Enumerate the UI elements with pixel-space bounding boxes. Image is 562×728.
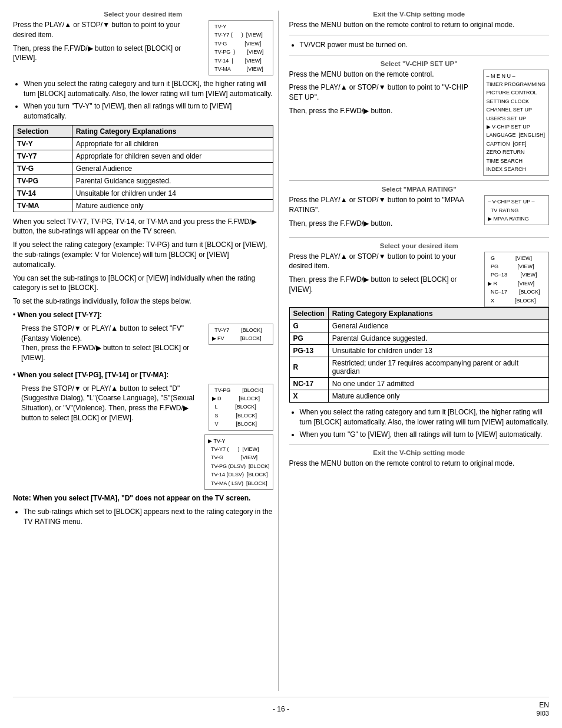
- left-para6: To set the sub-ratings individually, fol…: [13, 297, 273, 307]
- main-content: Select your desired item Press the PLAY/…: [13, 11, 549, 691]
- tvy7-body: Press the STOP/▼ or PLAY/▲ button to sel…: [21, 324, 204, 363]
- table-cell-selection: PG-13: [289, 345, 328, 357]
- table-cell-selection: TV-G: [14, 162, 72, 174]
- tvpg-body: Press the STOP/▼ or PLAY/▲ button to sel…: [21, 384, 204, 423]
- final-menu-section: ▶ TV-Y TV-Y7 ( ) [VIEW] TV-G [VIEW] TV-P…: [13, 434, 273, 490]
- table-cell-explanation: Mature audience only: [328, 390, 548, 403]
- tvy7-section: • When you select [TV-Y7]: Press the STO…: [13, 310, 273, 367]
- right-vcr-bullet: TV/VCR power must be turned on.: [300, 40, 550, 50]
- note-text: Note: When you select [TV-MA], "D" does …: [13, 493, 273, 503]
- footer-right: EN 9I03: [371, 701, 549, 717]
- left-table1: Selection Rating Category Explanations T…: [13, 125, 273, 212]
- table-row: TV-MAMature audience only: [14, 199, 273, 212]
- table-row: TV-PGParental Guidance suggested.: [14, 174, 273, 187]
- menu-desired: G [VIEW] PG [VIEW] PG–13 [VIEW] ▶ R [VIE…: [484, 252, 549, 307]
- right-exit2-title: Exit the V-Chip setting mode: [289, 449, 550, 456]
- right-bullet2-2: When you turn "G" to [VIEW], then all ra…: [300, 430, 550, 440]
- table-cell-selection: TV-Y: [14, 137, 72, 150]
- table-row: PG-13Unsuitable for children under 13: [289, 345, 549, 357]
- table-cell-explanation: Unsuitable for children under 13: [328, 345, 548, 357]
- right-bullet2-1: When you select the rating category and …: [300, 407, 550, 427]
- left-s1-para2: Then, press the F.FWD/▶ button to select…: [13, 44, 204, 64]
- divider3: [289, 180, 550, 181]
- divider5: [289, 444, 550, 444]
- right-desired-section: Select your desired item Press the PLAY/…: [289, 242, 550, 307]
- right-exit1-section: Exit the V-Chip setting mode Press the M…: [289, 11, 550, 30]
- table-row: XMature audience only: [289, 390, 549, 403]
- footer-lang: EN: [539, 701, 549, 709]
- right-desired-title: Select your desired item: [289, 242, 550, 249]
- left-bullet1-1: When you select the rating category and …: [24, 79, 273, 99]
- tvpg-section: • When you select [TV-PG], [TV-14] or [T…: [13, 370, 273, 431]
- page: Select your desired item Press the PLAY/…: [0, 0, 562, 728]
- table-cell-selection: TV-MA: [14, 199, 72, 212]
- right-desired-para2: Then, press the F.FWD/▶ button to select…: [289, 275, 480, 295]
- divider2: [289, 55, 550, 55]
- left-section-select-item: Select your desired item Press the PLAY/…: [13, 11, 273, 75]
- divider4: [289, 237, 550, 238]
- table-cell-selection: TV-PG: [14, 174, 72, 187]
- right-desired-para1: Press the PLAY/▲ or STOP/▼ button to poi…: [289, 252, 480, 272]
- table-cell-explanation: Unsuitable for children under 14: [72, 187, 273, 199]
- left-column: Select your desired item Press the PLAY/…: [13, 11, 279, 691]
- menu-vchip: – M E N U – TIMER PROGRAMMING PICTURE CO…: [483, 70, 550, 176]
- table-cell-selection: PG: [289, 332, 328, 345]
- right-exit2-section: Exit the V-Chip setting mode Press the M…: [289, 449, 550, 469]
- left-para4: If you select the rating category (examp…: [13, 240, 273, 269]
- right-mpaa-para2: Then, press the F.FWD/▶ button.: [289, 219, 480, 229]
- right-vchip-para3: Then, press the F.FWD/▶ button.: [289, 106, 478, 116]
- table-cell-selection: TV-Y7: [14, 150, 72, 162]
- table-cell-selection: TV-14: [14, 187, 72, 199]
- left-table1-header-explanations: Rating Category Explanations: [72, 125, 273, 137]
- left-s1-para1: Press the PLAY/▲ or STOP/▼ button to poi…: [13, 20, 204, 40]
- table-cell-explanation: General Audience: [328, 320, 548, 332]
- footer-code: 9I03: [537, 710, 549, 717]
- table-row: GGeneral Audience: [289, 320, 549, 332]
- table-cell-selection: R: [289, 357, 328, 378]
- table-cell-explanation: Restricted; under 17 requires accompanyi…: [328, 357, 548, 378]
- right-table2-header-selection: Selection: [289, 308, 328, 320]
- right-column: Exit the V-Chip setting mode Press the M…: [285, 11, 550, 691]
- right-vchip-title: Select "V-CHIP SET UP": [289, 60, 550, 67]
- right-exit2-para: Press the MENU button on the remote cont…: [289, 459, 550, 469]
- divider1: [289, 35, 550, 35]
- table-cell-selection: NC-17: [289, 378, 328, 390]
- table-row: RRestricted; under 17 requires accompany…: [289, 357, 549, 378]
- tvpg-title: When you select [TV-PG], [TV-14] or [TV-…: [18, 371, 169, 379]
- right-table2-header-explanations: Rating Category Explanations: [328, 308, 548, 320]
- left-bullet1-2: When you turn "TV-Y" to [VIEW], then all…: [24, 101, 273, 121]
- page-number: - 16 -: [191, 705, 370, 713]
- menu-tvpg: TV-PG [BLOCK] ▶ D [BLOCK] L [BLOCK] S [B…: [209, 384, 273, 431]
- right-bullets2: When you select the rating category and …: [300, 407, 550, 439]
- right-mpaa-title: Select "MPAA RATING": [289, 186, 550, 193]
- table-row: TV-GGeneral Audience: [14, 162, 273, 174]
- right-vchip-section: Select "V-CHIP SET UP" Press the MENU bu…: [289, 60, 550, 176]
- table-row: TV-14Unsuitable for children under 14: [14, 187, 273, 199]
- right-vchip-para2: Press the PLAY/▲ or STOP/▼ button to poi…: [289, 83, 478, 103]
- left-bullets1: When you select the rating category and …: [24, 79, 273, 121]
- left-para3: When you select TV-Y7, TV-PG, TV-14, or …: [13, 217, 273, 237]
- table-cell-explanation: Appropriate for all children: [72, 137, 273, 150]
- menu-mpaa: – V-CHIP SET UP – TV RATING ▶ MPAA RATIN…: [484, 195, 549, 225]
- table-cell-explanation: Mature audience only: [72, 199, 273, 212]
- table-row: TV-YAppropriate for all children: [14, 137, 273, 150]
- menu-final: ▶ TV-Y TV-Y7 ( ) [VIEW] TV-G [VIEW] TV-P…: [204, 434, 273, 490]
- right-mpaa-para1: Press the PLAY/▲ or STOP/▼ button to poi…: [289, 195, 480, 215]
- left-section1-title: Select your desired item: [13, 11, 273, 18]
- table-cell-selection: X: [289, 390, 328, 403]
- table-cell-explanation: Parental Guidance suggested.: [328, 332, 548, 345]
- right-table2: Selection Rating Category Explanations G…: [289, 307, 550, 403]
- left-note-bullets: The sub-ratings which set to [BLOCK] app…: [24, 507, 273, 527]
- left-para5: You can set the sub-ratings to [BLOCK] o…: [13, 274, 273, 294]
- tvy7-title: When you select [TV-Y7]:: [18, 311, 102, 319]
- table-row: PGParental Guidance suggested.: [289, 332, 549, 345]
- left-note-bullet1: The sub-ratings which set to [BLOCK] app…: [24, 507, 273, 527]
- right-exit1-para: Press the MENU button on the remote cont…: [289, 20, 550, 30]
- table-cell-selection: G: [289, 320, 328, 332]
- table-cell-explanation: General Audience: [72, 162, 273, 174]
- menu-tvy7: TV-Y7 [BLOCK] ▶ FV [BLOCK]: [209, 324, 273, 345]
- left-table1-header-selection: Selection: [14, 125, 72, 137]
- table-cell-explanation: Appropriate for children seven and older: [72, 150, 273, 162]
- page-footer: - 16 - EN 9I03: [13, 697, 549, 717]
- right-vcr-item: TV/VCR power must be turned on.: [300, 40, 550, 50]
